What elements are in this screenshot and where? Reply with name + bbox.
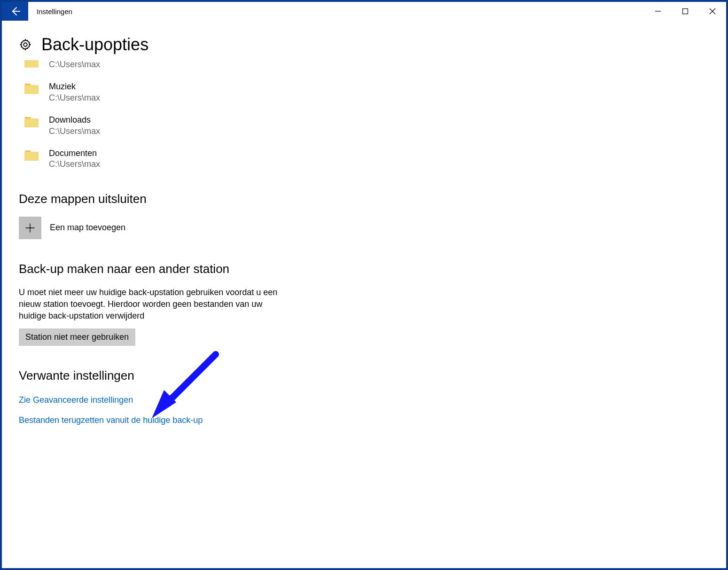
folder-texts: Documenten C:\Users\max <box>49 148 100 170</box>
window-controls <box>644 2 726 21</box>
close-icon <box>709 8 716 15</box>
folder-path: C:\Users\max <box>49 93 100 103</box>
folder-item[interactable]: Muziek C:\Users\max <box>24 78 709 112</box>
svg-point-5 <box>23 43 27 46</box>
gear-icon <box>19 38 32 51</box>
folder-path: C:\Users\max <box>49 59 100 70</box>
related-section: Verwante instellingen Zie Geavanceerde i… <box>19 368 709 425</box>
related-heading: Verwante instellingen <box>19 368 709 383</box>
window-title: Instellingen <box>37 8 72 16</box>
folder-item[interactable]: Downloads C:\Users\max <box>24 112 709 145</box>
restore-files-link[interactable]: Bestanden terugzetten vanuit de huidige … <box>19 415 709 425</box>
folder-texts: C:\Users\max <box>49 59 100 70</box>
folder-icon <box>24 149 39 161</box>
maximize-button[interactable] <box>672 2 699 21</box>
add-folder-row[interactable]: Een map toevoegen <box>19 217 709 239</box>
add-folder-label: Een map toevoegen <box>50 223 125 233</box>
folder-path: C:\Users\max <box>49 159 100 170</box>
folder-icon <box>24 55 39 68</box>
stop-using-drive-button[interactable]: Station niet meer gebruiken <box>19 328 135 346</box>
other-drive-section: Back-up maken naar een ander station U m… <box>19 262 709 346</box>
folder-item[interactable]: C:\Users\max <box>24 59 709 78</box>
maximize-icon <box>682 8 689 15</box>
content-area: Back-upopties C:\Users\max Muziek <box>2 21 726 568</box>
svg-rect-7 <box>24 85 39 94</box>
page-header: Back-upopties <box>19 35 709 55</box>
exclude-heading: Deze mappen uitsluiten <box>19 192 709 206</box>
close-button[interactable] <box>699 2 726 21</box>
other-drive-heading: Back-up maken naar een ander station <box>19 262 709 276</box>
plus-icon <box>24 222 36 234</box>
arrow-left-icon <box>9 6 21 17</box>
folder-name: Downloads <box>49 115 100 125</box>
back-button[interactable] <box>2 2 28 21</box>
folder-item[interactable]: Documenten C:\Users\max <box>24 145 709 179</box>
svg-rect-9 <box>24 152 39 161</box>
folder-path: C:\Users\max <box>49 126 100 137</box>
folder-icon <box>24 82 39 94</box>
folder-texts: Muziek C:\Users\max <box>49 81 100 103</box>
svg-rect-2 <box>683 9 688 14</box>
minimize-button[interactable] <box>644 2 672 21</box>
add-folder-button[interactable] <box>19 217 41 239</box>
folder-list: C:\Users\max Muziek C:\Users\max <box>24 59 709 179</box>
folder-texts: Downloads C:\Users\max <box>49 115 100 137</box>
svg-rect-6 <box>24 60 39 68</box>
folder-name: Muziek <box>49 81 100 92</box>
svg-rect-8 <box>24 118 39 127</box>
titlebar: Instellingen <box>2 2 726 21</box>
minimize-icon <box>655 8 661 15</box>
other-drive-description: U moet niet meer uw huidige back-upstati… <box>19 287 282 322</box>
advanced-settings-link[interactable]: Zie Geavanceerde instellingen <box>19 395 709 405</box>
page-title: Back-upopties <box>41 35 149 55</box>
folder-name: Documenten <box>49 148 100 159</box>
folder-icon <box>24 116 39 128</box>
